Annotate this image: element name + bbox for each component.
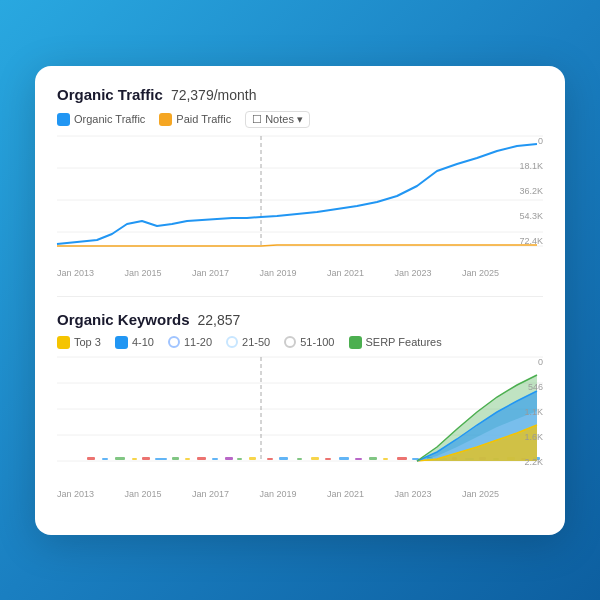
section2-value: 22,857: [198, 312, 241, 328]
y-label-3: 54.3K: [503, 211, 543, 221]
section1-title: Organic Traffic: [57, 86, 163, 103]
keywords-x-labels: Jan 2013 Jan 2015 Jan 2017 Jan 2019 Jan …: [57, 489, 543, 499]
kw-x-label-4: Jan 2021: [327, 489, 364, 499]
keywords-chart-area: 2.2K 1.6K 1.1K 546 0: [57, 357, 543, 487]
notes-button[interactable]: ☐ Notes ▾: [245, 111, 310, 128]
section1-legend: Organic Traffic Paid Traffic ☐ Notes ▾: [57, 111, 543, 128]
legend-top3: Top 3: [57, 336, 101, 349]
keywords-chart-svg: [57, 357, 543, 487]
legend-paid-traffic: Paid Traffic: [159, 113, 231, 126]
y-label-0: 0: [503, 136, 543, 146]
traffic-chart-area: 72.4K 54.3K 36.2K 18.1K 0: [57, 136, 543, 266]
svg-rect-31: [339, 457, 349, 460]
svg-rect-26: [267, 458, 273, 460]
legend-4-10: 4-10: [115, 336, 154, 349]
legend-serp-icon: [349, 336, 362, 349]
organic-keywords-section: Organic Keywords 22,857 Top 3 4-10 11-20…: [57, 311, 543, 499]
y-label-4: 72.4K: [503, 236, 543, 246]
traffic-y-labels: 72.4K 54.3K 36.2K 18.1K 0: [503, 136, 543, 246]
x-label-3: Jan 2019: [259, 268, 296, 278]
svg-rect-14: [102, 458, 108, 460]
kw-y-label-1: 546: [503, 382, 543, 392]
svg-rect-13: [87, 457, 95, 460]
y-label-2: 36.2K: [503, 186, 543, 196]
legend-11-20: 11-20: [168, 336, 212, 348]
x-label-4: Jan 2021: [327, 268, 364, 278]
traffic-x-labels: Jan 2013 Jan 2015 Jan 2017 Jan 2019 Jan …: [57, 268, 543, 278]
kw-x-label-2: Jan 2017: [192, 489, 229, 499]
legend-serp: SERP Features: [349, 336, 442, 349]
svg-rect-21: [197, 457, 206, 460]
svg-rect-18: [155, 458, 167, 460]
svg-rect-30: [325, 458, 331, 460]
x-label-0: Jan 2013: [57, 268, 94, 278]
legend-11-20-label: 11-20: [184, 336, 212, 348]
kw-y-label-0: 0: [503, 357, 543, 367]
section2-header: Organic Keywords 22,857: [57, 311, 543, 328]
organic-traffic-section: Organic Traffic 72,379/month Organic Tra…: [57, 86, 543, 278]
legend-21-50-icon: [226, 336, 238, 348]
section1-value: 72,379/month: [171, 87, 257, 103]
x-label-2: Jan 2017: [192, 268, 229, 278]
svg-rect-28: [297, 458, 302, 460]
keywords-y-labels: 2.2K 1.6K 1.1K 546 0: [503, 357, 543, 467]
legend-51-100-icon: [284, 336, 296, 348]
kw-x-label-0: Jan 2013: [57, 489, 94, 499]
legend-4-10-label: 4-10: [132, 336, 154, 348]
legend-paid-traffic-icon: [159, 113, 172, 126]
y-label-1: 18.1K: [503, 161, 543, 171]
legend-organic-traffic: Organic Traffic: [57, 113, 145, 126]
svg-rect-17: [142, 457, 150, 460]
x-label-5: Jan 2023: [394, 268, 431, 278]
legend-51-100: 51-100: [284, 336, 334, 348]
section2-legend: Top 3 4-10 11-20 21-50 51-100 SERP Featu…: [57, 336, 543, 349]
traffic-chart-svg: [57, 136, 543, 266]
notes-chevron: ▾: [297, 113, 303, 126]
notes-icon: ☐: [252, 113, 262, 126]
section-divider: [57, 296, 543, 297]
svg-rect-34: [383, 458, 388, 460]
keywords-chart-container: 2.2K 1.6K 1.1K 546 0 Jan 2013 Jan 2015 J…: [57, 357, 543, 499]
kw-x-label-1: Jan 2015: [124, 489, 161, 499]
x-label-1: Jan 2015: [124, 268, 161, 278]
x-label-6: Jan 2025: [462, 268, 499, 278]
main-card: Organic Traffic 72,379/month Organic Tra…: [35, 66, 565, 535]
section1-header: Organic Traffic 72,379/month: [57, 86, 543, 103]
legend-21-50: 21-50: [226, 336, 270, 348]
legend-organic-traffic-label: Organic Traffic: [74, 113, 145, 125]
svg-rect-22: [212, 458, 218, 460]
svg-rect-25: [249, 457, 256, 460]
svg-rect-33: [369, 457, 377, 460]
kw-x-label-3: Jan 2019: [259, 489, 296, 499]
legend-organic-traffic-icon: [57, 113, 70, 126]
svg-rect-29: [311, 457, 319, 460]
kw-y-label-3: 1.6K: [503, 432, 543, 442]
svg-rect-24: [237, 458, 242, 460]
kw-y-label-4: 2.2K: [503, 457, 543, 467]
legend-paid-traffic-label: Paid Traffic: [176, 113, 231, 125]
legend-51-100-label: 51-100: [300, 336, 334, 348]
notes-label: Notes: [265, 113, 294, 125]
kw-y-label-2: 1.1K: [503, 407, 543, 417]
legend-11-20-icon: [168, 336, 180, 348]
kw-x-label-6: Jan 2025: [462, 489, 499, 499]
legend-serp-label: SERP Features: [366, 336, 442, 348]
legend-top3-icon: [57, 336, 70, 349]
svg-rect-15: [115, 457, 125, 460]
legend-4-10-icon: [115, 336, 128, 349]
svg-rect-35: [397, 457, 407, 460]
section2-title: Organic Keywords: [57, 311, 190, 328]
svg-rect-32: [355, 458, 362, 460]
traffic-chart-container: 72.4K 54.3K 36.2K 18.1K 0 Jan 2013 Jan 2…: [57, 136, 543, 278]
svg-rect-19: [172, 457, 179, 460]
legend-21-50-label: 21-50: [242, 336, 270, 348]
kw-x-label-5: Jan 2023: [394, 489, 431, 499]
svg-rect-23: [225, 457, 233, 460]
svg-rect-16: [132, 458, 137, 460]
svg-rect-27: [279, 457, 288, 460]
legend-top3-label: Top 3: [74, 336, 101, 348]
svg-rect-20: [185, 458, 190, 460]
